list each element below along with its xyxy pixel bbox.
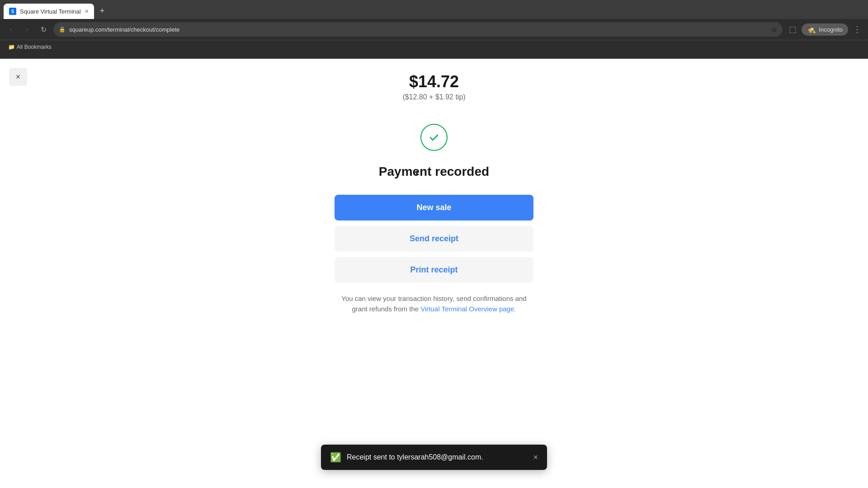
print-receipt-button[interactable]: Print receipt — [335, 257, 533, 283]
browser-chrome: S Square Virtual Terminal × + ‹ › ↻ 🔒 sq… — [0, 0, 868, 59]
close-button[interactable]: × — [9, 68, 27, 86]
toast-notification: ✅ Receipt sent to tylersarah508@gmail.co… — [321, 445, 547, 470]
lock-icon: 🔒 — [59, 26, 66, 33]
send-receipt-button[interactable]: Send receipt — [335, 226, 533, 252]
amount-display: $14.72 — [402, 72, 465, 91]
actions-container: New sale Send receipt Print receipt — [335, 195, 533, 283]
address-bar[interactable]: 🔒 squareup.com/terminal/checkout/complet… — [53, 22, 783, 37]
forward-button[interactable]: › — [21, 23, 33, 36]
incognito-button[interactable]: 🕵 Incognito — [802, 23, 848, 36]
bookmarks-bar: 📁 All Bookmarks — [0, 40, 868, 53]
amount-container: $14.72 ($12.80 + $1.92 tip) — [402, 72, 465, 101]
bookmarks-folder[interactable]: 📁 All Bookmarks — [5, 43, 55, 51]
nav-actions: ⬚ 🕵 Incognito ⋮ — [786, 23, 863, 36]
success-icon-container — [420, 124, 448, 151]
close-icon: × — [16, 72, 21, 82]
new-sale-button[interactable]: New sale — [335, 195, 533, 221]
toast-message: Receipt sent to tylersarah508@gmail.com. — [347, 453, 528, 461]
payment-status-title: Payment recorded — [379, 164, 489, 179]
toast-success-icon: ✅ — [330, 452, 341, 463]
success-circle-icon — [420, 124, 448, 151]
menu-button[interactable]: ⋮ — [851, 23, 863, 36]
transaction-overview-link[interactable]: Virtual Terminal Overview page. — [420, 305, 516, 313]
incognito-label: Incognito — [819, 26, 843, 33]
reload-button[interactable]: ↻ — [37, 23, 50, 36]
bookmarks-label: All Bookmarks — [17, 44, 52, 50]
new-tab-button[interactable]: + — [96, 5, 108, 17]
folder-icon: 📁 — [8, 44, 15, 50]
bookmark-star-icon[interactable]: ☆ — [771, 25, 777, 34]
browser-tabs: S Square Virtual Terminal × + — [0, 0, 868, 19]
transaction-info: You can view your transaction history, s… — [335, 294, 533, 314]
amount-breakdown: ($12.80 + $1.92 tip) — [402, 93, 465, 101]
tab-close-button[interactable]: × — [85, 8, 89, 14]
url-text: squareup.com/terminal/checkout/complete — [69, 26, 767, 33]
page-content: × $14.72 ($12.80 + $1.92 tip) Payment re… — [0, 59, 868, 488]
incognito-icon: 🕵 — [807, 25, 816, 34]
browser-nav: ‹ › ↻ 🔒 squareup.com/terminal/checkout/c… — [0, 19, 868, 40]
extensions-button[interactable]: ⬚ — [786, 23, 799, 36]
toast-close-button[interactable]: × — [533, 453, 538, 461]
active-tab[interactable]: S Square Virtual Terminal × — [4, 4, 94, 19]
tab-title: Square Virtual Terminal — [20, 8, 81, 15]
back-button[interactable]: ‹ — [5, 23, 17, 36]
tab-favicon: S — [9, 8, 16, 15]
